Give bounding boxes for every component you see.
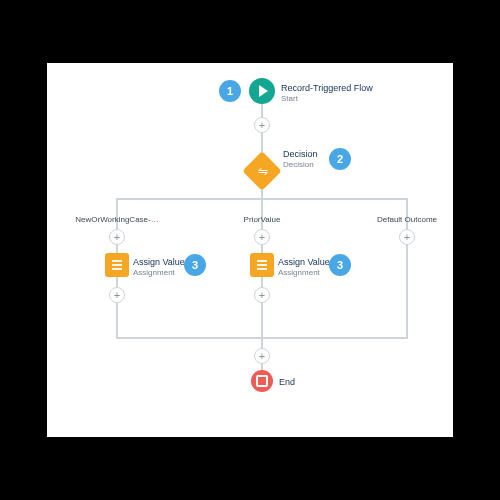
plus-connector-icon[interactable]: +: [254, 229, 270, 245]
plus-connector-icon[interactable]: +: [109, 287, 125, 303]
plus-connector-icon[interactable]: +: [254, 287, 270, 303]
assignment-left-label: Assign Value Assignment: [133, 257, 185, 278]
assignment-node-center[interactable]: [250, 253, 274, 277]
start-title: Record-Triggered Flow: [281, 83, 373, 94]
assignment-center-title: Assign Value: [278, 257, 330, 268]
assignment-node-left[interactable]: [105, 253, 129, 277]
plus-connector-icon[interactable]: +: [399, 229, 415, 245]
decision-label: Decision Decision: [283, 149, 318, 170]
start-node[interactable]: [249, 78, 275, 104]
branch-label-right: Default Outcome: [377, 215, 437, 224]
callout-badge-3b: 3: [329, 254, 351, 276]
callout-badge-1: 1: [219, 80, 241, 102]
callout-badge-2: 2: [329, 148, 351, 170]
end-node[interactable]: [251, 370, 273, 392]
flow-canvas: Record-Triggered Flow Start + Decision D…: [47, 63, 453, 437]
decision-subtitle: Decision: [283, 160, 318, 170]
plus-connector-icon[interactable]: +: [254, 117, 270, 133]
assignment-center-subtitle: Assignment: [278, 268, 330, 278]
assignment-left-title: Assign Value: [133, 257, 185, 268]
decision-title: Decision: [283, 149, 318, 160]
plus-connector-icon[interactable]: +: [109, 229, 125, 245]
end-label: End: [279, 377, 295, 388]
branch-label-center: PriorValue: [244, 215, 281, 224]
start-label: Record-Triggered Flow Start: [281, 83, 373, 104]
plus-connector-icon[interactable]: +: [254, 348, 270, 364]
start-subtitle: Start: [281, 94, 373, 104]
flow-diagram: Record-Triggered Flow Start + Decision D…: [47, 63, 453, 437]
callout-badge-3a: 3: [184, 254, 206, 276]
branch-label-left: NewOrWorkingCase-…: [75, 215, 158, 224]
connectors: [47, 63, 453, 437]
assignment-center-label: Assign Value Assignment: [278, 257, 330, 278]
assignment-left-subtitle: Assignment: [133, 268, 185, 278]
